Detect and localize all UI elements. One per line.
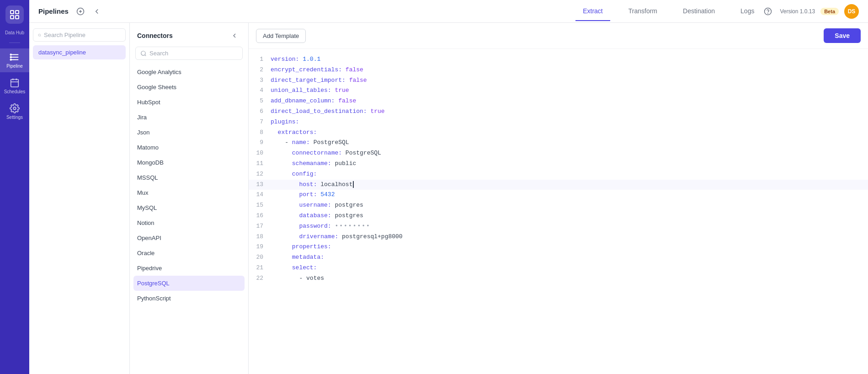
pipeline-list-panel: datasync_pipeline xyxy=(29,23,130,374)
sidebar-schedules-label: Schedules xyxy=(4,89,26,94)
svg-point-11 xyxy=(768,13,768,13)
code-line-15: 15 username: postgres xyxy=(249,200,868,211)
app-logo xyxy=(5,5,24,24)
code-line-2: 2 encrypt_credentials: false xyxy=(249,65,868,75)
connector-item-mysql[interactable]: MySQL xyxy=(130,200,248,215)
editor-area: Add Template Save 1 version: 1.0.1 2 enc… xyxy=(249,23,868,374)
app-name-label: Data Hub xyxy=(5,30,24,35)
tab-transform[interactable]: Transform xyxy=(621,2,665,21)
code-line-12: 12 config: xyxy=(249,169,868,180)
code-line-3: 3 direct_target_import: false xyxy=(249,75,868,86)
svg-rect-1 xyxy=(16,11,19,14)
code-line-1: 1 version: 1.0.1 xyxy=(249,54,868,65)
connector-item-mux[interactable]: Mux xyxy=(130,185,248,200)
connector-item-mongodb[interactable]: MongoDB xyxy=(130,155,248,170)
code-line-4: 4 union_all_tables: true xyxy=(249,85,868,96)
connectors-search-input[interactable] xyxy=(149,50,238,57)
connector-item-jira[interactable]: Jira xyxy=(130,110,248,125)
svg-rect-2 xyxy=(11,16,14,19)
page-title: Pipelines xyxy=(38,7,69,15)
user-avatar: DS xyxy=(844,4,859,19)
add-pipeline-button[interactable] xyxy=(74,5,87,18)
help-icon[interactable] xyxy=(761,5,774,18)
connectors-search-area xyxy=(130,47,248,64)
code-line-19: 19 properties: xyxy=(249,242,868,252)
sidebar-item-settings[interactable]: Settings xyxy=(0,100,29,123)
code-line-18: 18 drivername: postgresql+pg8000 xyxy=(249,232,868,242)
code-line-5: 5 add_dbname_column: false xyxy=(249,96,868,107)
connector-item-postgresql[interactable]: PostgreSQL xyxy=(133,276,245,291)
svg-point-6 xyxy=(10,59,11,60)
svg-point-13 xyxy=(141,51,145,55)
connector-item-json[interactable]: Json xyxy=(130,125,248,140)
code-line-6: 6 direct_load_to_destination: true xyxy=(249,107,868,117)
svg-rect-0 xyxy=(11,11,14,14)
version-label: Version 1.0.13 xyxy=(780,8,815,15)
sidebar-item-pipeline[interactable]: Pipeline xyxy=(0,48,29,72)
connectors-header: Connectors xyxy=(130,23,248,47)
svg-point-12 xyxy=(38,34,41,36)
main-tabs: Extract Transform Destination Logs xyxy=(575,2,761,21)
connectors-panel: Connectors Google Analytics xyxy=(130,23,249,374)
code-line-16: 16 database: postgres xyxy=(249,211,868,221)
connector-item-openapi[interactable]: OpenAPI xyxy=(130,230,248,246)
svg-point-8 xyxy=(13,107,16,110)
connectors-search-icon xyxy=(140,50,147,57)
connector-item-oracle[interactable]: Oracle xyxy=(130,246,248,261)
topbar-icons xyxy=(74,5,103,18)
connector-item-matomo[interactable]: Matomo xyxy=(130,140,248,155)
code-line-14: 14 port: 5432 xyxy=(249,190,868,200)
code-line-21: 21 select: xyxy=(249,263,868,273)
connector-item-notion[interactable]: Notion xyxy=(130,215,248,230)
pipeline-search-icon xyxy=(38,32,41,38)
code-line-13: 13 host: localhost xyxy=(249,180,868,190)
code-line-7: 7 plugins: xyxy=(249,117,868,128)
svg-rect-7 xyxy=(11,80,19,87)
tab-extract[interactable]: Extract xyxy=(575,2,610,21)
code-line-22: 22 - votes xyxy=(249,273,868,284)
connectors-list: Google Analytics Google Sheets HubSpot J… xyxy=(130,64,248,374)
tab-destination[interactable]: Destination xyxy=(676,2,722,21)
save-button[interactable]: Save xyxy=(824,28,861,43)
tab-logs[interactable]: Logs xyxy=(733,2,761,21)
connector-item-hubspot[interactable]: HubSpot xyxy=(130,95,248,110)
main-area: Pipelines Extract Transform Desti xyxy=(29,0,868,374)
connector-item-pythonscript[interactable]: PythonScript xyxy=(130,291,248,306)
topbar-left: Pipelines xyxy=(38,5,575,18)
sidebar-divider xyxy=(9,43,20,43)
collapse-sidebar-button[interactable] xyxy=(91,5,103,18)
sidebar-pipeline-label: Pipeline xyxy=(6,64,23,69)
beta-badge: Beta xyxy=(820,8,839,15)
connectors-title: Connectors xyxy=(137,32,173,39)
add-template-button[interactable]: Add Template xyxy=(256,29,306,43)
svg-point-5 xyxy=(10,57,11,58)
pipeline-item-datasync[interactable]: datasync_pipeline xyxy=(33,45,126,59)
svg-point-4 xyxy=(10,54,11,55)
code-line-9: 9 - name: PostgreSQL xyxy=(249,138,868,148)
connectors-search-wrap xyxy=(135,47,243,60)
connector-item-mssql[interactable]: MSSQL xyxy=(130,170,248,185)
pipeline-search-wrap xyxy=(33,28,126,42)
code-line-11: 11 schemaname: public xyxy=(249,159,868,169)
pipeline-search-input[interactable] xyxy=(44,32,121,38)
sidebar-settings-label: Settings xyxy=(6,115,23,120)
sidebar: Data Hub Pipeline Schedules Settings xyxy=(0,0,29,374)
topbar: Pipelines Extract Transform Desti xyxy=(29,0,868,23)
connector-item-pipedrive[interactable]: Pipedrive xyxy=(130,261,248,276)
sidebar-item-schedules[interactable]: Schedules xyxy=(0,74,29,98)
content-area: datasync_pipeline Connectors xyxy=(29,23,868,374)
topbar-right: Version 1.0.13 Beta DS xyxy=(761,4,859,19)
connector-item-google-analytics[interactable]: Google Analytics xyxy=(130,64,248,80)
connector-item-google-sheets[interactable]: Google Sheets xyxy=(130,80,248,95)
code-line-8: 8 extractors: xyxy=(249,128,868,138)
connectors-collapse-button[interactable] xyxy=(228,29,241,42)
code-line-10: 10 connectorname: PostgreSQL xyxy=(249,148,868,159)
svg-rect-3 xyxy=(16,16,19,19)
editor-toolbar: Add Template Save xyxy=(249,23,868,49)
code-line-20: 20 metadata: xyxy=(249,252,868,263)
code-editor[interactable]: 1 version: 1.0.1 2 encrypt_credentials: … xyxy=(249,49,868,374)
code-line-17: 17 password: •••••••• xyxy=(249,221,868,232)
